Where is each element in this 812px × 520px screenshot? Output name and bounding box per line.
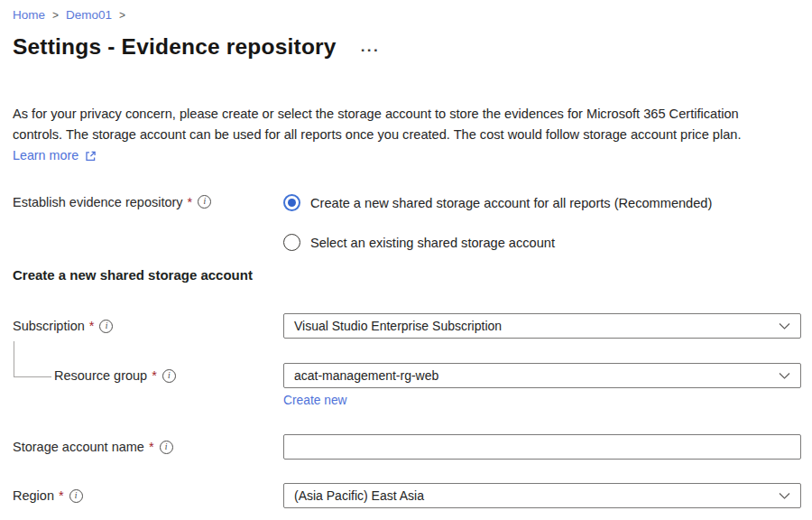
- region-dropdown[interactable]: (Asia Pacific) East Asia: [283, 483, 801, 508]
- establish-repository-label-text: Establish evidence repository: [13, 195, 183, 209]
- title-row: Settings - Evidence repository ···: [13, 34, 799, 60]
- radio-select-existing-label: Select an existing shared storage accoun…: [310, 236, 555, 250]
- settings-evidence-repository-page: Home > Demo01 > Settings - Evidence repo…: [0, 0, 812, 508]
- info-icon[interactable]: i: [198, 195, 211, 209]
- learn-more-label: Learn more: [13, 148, 78, 162]
- breadcrumb-separator: >: [52, 8, 59, 22]
- breadcrumb-demo01-link[interactable]: Demo01: [66, 8, 112, 22]
- required-marker: *: [59, 488, 64, 503]
- radio-create-new-storage[interactable]: Create a new shared storage account for …: [283, 194, 712, 211]
- create-storage-form: Subscription * i Visual Studio Enterpris…: [13, 313, 799, 508]
- storage-account-name-input[interactable]: [283, 434, 801, 460]
- create-new-resource-group-link[interactable]: Create new: [283, 394, 347, 407]
- page-title: Settings - Evidence repository: [13, 34, 337, 60]
- breadcrumb-home-link[interactable]: Home: [13, 8, 45, 22]
- required-marker: *: [188, 195, 193, 209]
- info-icon[interactable]: i: [69, 489, 83, 503]
- create-storage-section-heading: Create a new shared storage account: [13, 267, 799, 283]
- external-link-icon: [84, 149, 97, 162]
- resource-group-selected-value: acat-management-rg-web: [294, 368, 438, 383]
- required-marker: *: [152, 368, 157, 383]
- required-marker: *: [149, 440, 154, 454]
- resource-group-field-row: Resource group * i acat-management-rg-we…: [13, 363, 799, 408]
- subscription-label-text: Subscription: [13, 319, 85, 333]
- chevron-down-icon: [779, 372, 790, 380]
- storage-account-name-label-text: Storage account name: [13, 440, 144, 454]
- radio-create-new-label: Create a new shared storage account for …: [310, 196, 712, 210]
- breadcrumb: Home > Demo01 >: [13, 8, 799, 22]
- info-icon[interactable]: i: [160, 441, 173, 454]
- chevron-down-icon: [779, 322, 790, 330]
- subscription-selected-value: Visual Studio Enterprise Subscription: [294, 319, 502, 333]
- storage-account-name-field-row: Storage account name * i: [13, 434, 799, 460]
- breadcrumb-separator: >: [119, 8, 125, 22]
- storage-account-name-label: Storage account name * i: [13, 434, 283, 454]
- region-field-row: Region * i (Asia Pacific) East Asia: [13, 483, 799, 508]
- more-options-icon[interactable]: ···: [361, 36, 380, 58]
- establish-repository-options: Create a new shared storage account for …: [283, 194, 712, 251]
- resource-group-dropdown[interactable]: acat-management-rg-web: [283, 363, 801, 388]
- subscription-label: Subscription * i: [13, 313, 283, 333]
- subscription-field-row: Subscription * i Visual Studio Enterpris…: [13, 313, 799, 339]
- radio-unselected-icon[interactable]: [283, 234, 300, 251]
- resource-group-label-text: Resource group: [54, 368, 147, 383]
- radio-select-existing-storage[interactable]: Select an existing shared storage accoun…: [283, 234, 712, 251]
- field-connector-line: [14, 341, 51, 377]
- required-marker: *: [89, 319, 95, 333]
- region-label: Region * i: [13, 483, 283, 503]
- establish-repository-label: Establish evidence repository * i: [13, 194, 283, 251]
- subscription-dropdown[interactable]: Visual Studio Enterprise Subscription: [283, 313, 801, 339]
- establish-repository-field: Establish evidence repository * i Create…: [13, 194, 799, 251]
- chevron-down-icon: [779, 492, 790, 500]
- region-selected-value: (Asia Pacific) East Asia: [294, 488, 424, 503]
- radio-selected-icon[interactable]: [283, 194, 300, 211]
- learn-more-link[interactable]: Learn more: [13, 148, 97, 162]
- info-icon[interactable]: i: [99, 320, 113, 333]
- privacy-description: As for your privacy concern, please crea…: [13, 104, 799, 144]
- region-label-text: Region: [13, 488, 54, 503]
- info-icon[interactable]: i: [162, 369, 176, 383]
- resource-group-label: Resource group * i: [13, 363, 283, 383]
